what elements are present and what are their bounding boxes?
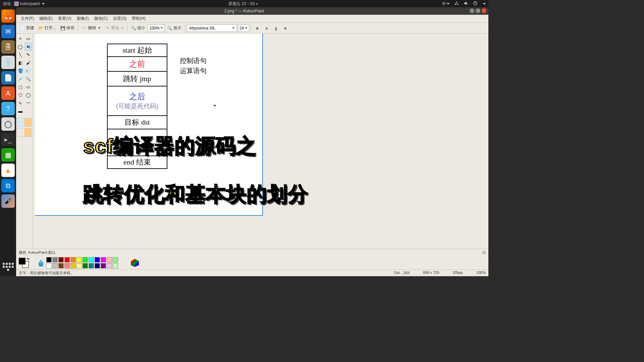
strike-button[interactable]: a <box>281 25 290 32</box>
open-button[interactable]: 📂打开... <box>37 24 58 32</box>
swap-colors-icon[interactable]: ⇆ <box>27 257 30 260</box>
color-swatch[interactable] <box>95 263 100 268</box>
dock-files[interactable]: 🗄 <box>1 40 15 54</box>
tool-curve[interactable]: 〰 <box>25 99 32 107</box>
dock-chromium[interactable]: ◯ <box>1 117 15 131</box>
color-swatch[interactable] <box>107 257 112 262</box>
menu-image[interactable]: 图像(I) <box>74 16 91 21</box>
menu-view[interactable]: 查看(V) <box>55 16 74 21</box>
tool-roundrect[interactable]: ▢ <box>17 83 24 90</box>
zoom-select[interactable]: 100% <box>148 24 165 32</box>
activities-button[interactable]: 活动 <box>3 1 11 7</box>
fg-color[interactable] <box>19 258 25 264</box>
tool-spray[interactable]: 💨 <box>25 67 32 74</box>
color-swatch[interactable] <box>52 263 58 268</box>
color-swatch[interactable] <box>113 257 118 262</box>
dock-help[interactable]: ? <box>1 102 15 115</box>
canvas-viewport[interactable]: start 起始 之前 跳转 jmp 之后 (可能是死代码) 目标 dst en… <box>33 34 488 249</box>
text-opaque-option[interactable] <box>17 118 32 127</box>
tool-picker[interactable]: 💉 <box>17 75 24 82</box>
dock-software[interactable]: A <box>1 86 15 100</box>
color-swatch[interactable] <box>58 257 64 262</box>
tool-eraser[interactable]: ◧ <box>17 59 24 66</box>
tool-polyline[interactable]: ∿ <box>17 99 24 107</box>
color-cube-icon[interactable] <box>131 259 139 267</box>
color-swatch[interactable] <box>76 263 82 268</box>
input-method[interactable]: 中 <box>442 1 449 7</box>
underline-button[interactable]: a <box>272 25 280 32</box>
status-zoom: 100% <box>476 270 486 276</box>
color-swatch[interactable] <box>83 257 88 262</box>
zoom-in-button[interactable]: 🔍放大 <box>165 24 183 32</box>
close-button[interactable] <box>482 8 486 13</box>
zoom-out-button[interactable]: 🔍缩小 <box>129 24 147 32</box>
transparency-icon[interactable] <box>38 259 44 266</box>
tool-color-eraser[interactable]: ▬ <box>17 107 24 115</box>
minimize-button[interactable] <box>470 8 474 13</box>
dock-vlc[interactable]: ▲ <box>1 164 15 177</box>
undo-button[interactable]: ↶撤销 <box>80 24 102 32</box>
color-swatch[interactable] <box>107 263 112 268</box>
system-menu-chevron-icon[interactable] <box>483 3 486 5</box>
tool-brush[interactable]: 🖌 <box>25 59 32 66</box>
tool-rect[interactable]: ▭ <box>25 83 32 90</box>
italic-button[interactable]: a <box>262 25 271 32</box>
color-swatch[interactable] <box>64 257 70 262</box>
color-swatch[interactable] <box>70 257 76 262</box>
color-swatch[interactable] <box>70 263 76 268</box>
tool-pen[interactable]: ✎ <box>25 51 32 58</box>
tool-line[interactable]: ╲ <box>17 51 24 58</box>
bold-button[interactable]: a <box>253 25 262 32</box>
color-swatch[interactable] <box>64 263 70 268</box>
tool-fill[interactable]: 🪣 <box>17 67 24 74</box>
dock-show-apps[interactable] <box>1 260 15 274</box>
menu-file[interactable]: 文件(F) <box>18 16 37 21</box>
dock-writer[interactable]: 📄 <box>1 71 15 84</box>
power-icon[interactable] <box>473 1 478 7</box>
dock-vscode[interactable]: ⧉ <box>1 179 15 192</box>
maximize-button[interactable] <box>476 8 480 13</box>
tool-ellipse-select[interactable]: ◯ <box>17 43 24 50</box>
dock-terminal[interactable]: ▸_ <box>1 133 15 146</box>
dock-thunderbird[interactable]: ✉ <box>1 25 15 38</box>
color-expand-icon[interactable]: ◲ <box>482 250 486 255</box>
dock-rhythmbox[interactable]: 💿 <box>1 56 15 69</box>
dock-calc[interactable]: ▦ <box>1 148 15 162</box>
color-swatch[interactable] <box>89 263 94 268</box>
font-select[interactable]: Abyssinica SIL <box>187 24 237 32</box>
new-button[interactable]: 📄新建 <box>18 24 36 32</box>
color-swatch[interactable] <box>52 257 58 262</box>
color-swatch[interactable] <box>101 257 106 262</box>
tool-zoom[interactable]: 🔍 <box>25 75 32 82</box>
color-swatch[interactable] <box>101 263 106 268</box>
volume-icon[interactable] <box>464 1 468 7</box>
network-icon[interactable] <box>454 1 459 7</box>
app-menu[interactable]: kolourpaint <box>14 1 45 6</box>
menu-settings[interactable]: 设置(S) <box>110 16 129 21</box>
text-transparent-option[interactable] <box>17 128 32 137</box>
color-swatch[interactable] <box>46 257 52 262</box>
menu-help[interactable]: 帮助(H) <box>129 16 148 21</box>
tool-rect-select[interactable]: ▭ <box>25 35 32 42</box>
color-swatch[interactable] <box>46 263 52 268</box>
color-swatch[interactable] <box>83 263 88 268</box>
tool-text[interactable]: A| <box>25 43 32 50</box>
redo-button[interactable]: ↷重做 <box>103 24 125 32</box>
tool-polygon[interactable]: ⬠ <box>17 91 24 99</box>
save-button[interactable]: 💾保存 <box>58 24 76 32</box>
tool-ellipse[interactable]: ◯ <box>25 91 32 99</box>
dock-firefox[interactable]: 🦊 <box>1 9 15 23</box>
font-size-select[interactable]: 24 <box>238 24 249 32</box>
color-swatch[interactable] <box>95 257 100 262</box>
color-swatch[interactable] <box>76 257 82 262</box>
menu-color[interactable]: 颜色(C) <box>92 16 111 21</box>
clock[interactable]: 星期五 23：03 <box>228 1 255 6</box>
overlay-title-1: scf编译器的源码之 <box>83 133 257 160</box>
color-swatch[interactable] <box>89 257 94 262</box>
menu-edit[interactable]: 编辑(E) <box>37 16 55 21</box>
fg-bg-swatch[interactable]: ⇆ <box>19 258 29 268</box>
color-swatch[interactable] <box>113 263 118 268</box>
color-swatch[interactable] <box>58 263 64 268</box>
tool-freeform-select[interactable]: ✧ <box>17 35 24 42</box>
dock-kolourpaint[interactable]: 🖌 <box>1 194 15 208</box>
